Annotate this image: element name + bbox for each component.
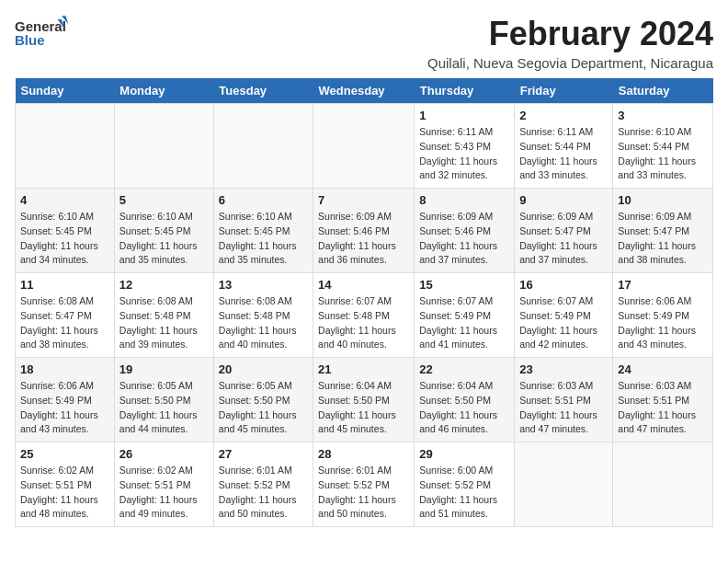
day-number: 17	[618, 278, 708, 292]
calendar-cell: 20Sunrise: 6:05 AM Sunset: 5:50 PM Dayli…	[213, 358, 313, 442]
day-number: 3	[618, 109, 708, 122]
calendar-cell: 21Sunrise: 6:04 AM Sunset: 5:50 PM Dayli…	[313, 358, 415, 442]
calendar-cell: 15Sunrise: 6:07 AM Sunset: 5:49 PM Dayli…	[415, 273, 515, 358]
month-title: February 2024	[427, 15, 713, 53]
calendar-cell	[114, 104, 213, 189]
day-info: Sunrise: 6:08 AM Sunset: 5:48 PM Dayligh…	[119, 294, 209, 352]
day-info: Sunrise: 6:03 AM Sunset: 5:51 PM Dayligh…	[519, 379, 608, 437]
day-info: Sunrise: 6:04 AM Sunset: 5:50 PM Dayligh…	[419, 379, 509, 437]
location-subtitle: Quilali, Nueva Segovia Department, Nicar…	[427, 55, 713, 71]
day-number: 11	[20, 278, 109, 292]
day-number: 28	[318, 447, 409, 461]
day-info: Sunrise: 6:06 AM Sunset: 5:49 PM Dayligh…	[20, 379, 109, 437]
calendar-cell: 13Sunrise: 6:08 AM Sunset: 5:48 PM Dayli…	[213, 273, 313, 358]
week-row-4: 18Sunrise: 6:06 AM Sunset: 5:49 PM Dayli…	[16, 358, 713, 442]
day-info: Sunrise: 6:09 AM Sunset: 5:47 PM Dayligh…	[618, 210, 708, 268]
weekday-header-sunday: Sunday	[16, 78, 115, 104]
calendar-cell: 5Sunrise: 6:10 AM Sunset: 5:45 PM Daylig…	[114, 189, 213, 273]
calendar-cell: 28Sunrise: 6:01 AM Sunset: 5:52 PM Dayli…	[313, 442, 415, 527]
day-number: 20	[219, 362, 308, 376]
day-number: 9	[519, 193, 608, 207]
day-number: 27	[219, 447, 308, 461]
week-row-1: 1Sunrise: 6:11 AM Sunset: 5:43 PM Daylig…	[16, 104, 713, 189]
calendar-cell	[613, 442, 713, 527]
day-number: 1	[419, 109, 509, 122]
calendar-cell: 29Sunrise: 6:00 AM Sunset: 5:52 PM Dayli…	[415, 442, 515, 527]
day-number: 18	[20, 362, 109, 376]
weekday-header-tuesday: Tuesday	[213, 78, 313, 104]
day-number: 25	[20, 447, 109, 461]
day-number: 7	[318, 193, 409, 207]
calendar-cell: 9Sunrise: 6:09 AM Sunset: 5:47 PM Daylig…	[515, 189, 613, 273]
day-number: 22	[419, 362, 509, 376]
day-info: Sunrise: 6:08 AM Sunset: 5:47 PM Dayligh…	[20, 294, 109, 352]
calendar-cell: 3Sunrise: 6:10 AM Sunset: 5:44 PM Daylig…	[613, 104, 713, 189]
day-number: 8	[419, 193, 509, 207]
day-number: 26	[119, 447, 209, 461]
day-info: Sunrise: 6:07 AM Sunset: 5:49 PM Dayligh…	[419, 294, 509, 352]
calendar-cell: 2Sunrise: 6:11 AM Sunset: 5:44 PM Daylig…	[515, 104, 613, 189]
day-info: Sunrise: 6:10 AM Sunset: 5:44 PM Dayligh…	[618, 125, 708, 183]
day-info: Sunrise: 6:05 AM Sunset: 5:50 PM Dayligh…	[119, 379, 209, 437]
weekday-header-thursday: Thursday	[415, 78, 515, 104]
logo-image: General Blue	[15, 15, 70, 52]
calendar-cell: 1Sunrise: 6:11 AM Sunset: 5:43 PM Daylig…	[415, 104, 515, 189]
week-row-3: 11Sunrise: 6:08 AM Sunset: 5:47 PM Dayli…	[16, 273, 713, 358]
day-info: Sunrise: 6:04 AM Sunset: 5:50 PM Dayligh…	[318, 379, 409, 437]
weekday-header-friday: Friday	[515, 78, 613, 104]
week-row-2: 4Sunrise: 6:10 AM Sunset: 5:45 PM Daylig…	[16, 189, 713, 273]
day-info: Sunrise: 6:11 AM Sunset: 5:43 PM Dayligh…	[419, 125, 509, 183]
title-block: February 2024 Quilali, Nueva Segovia Dep…	[427, 15, 713, 71]
calendar-cell: 12Sunrise: 6:08 AM Sunset: 5:48 PM Dayli…	[114, 273, 213, 358]
calendar-cell: 10Sunrise: 6:09 AM Sunset: 5:47 PM Dayli…	[613, 189, 713, 273]
day-number: 5	[119, 193, 209, 207]
calendar-cell: 22Sunrise: 6:04 AM Sunset: 5:50 PM Dayli…	[415, 358, 515, 442]
calendar-cell: 26Sunrise: 6:02 AM Sunset: 5:51 PM Dayli…	[114, 442, 213, 527]
day-info: Sunrise: 6:10 AM Sunset: 5:45 PM Dayligh…	[219, 210, 308, 268]
day-info: Sunrise: 6:01 AM Sunset: 5:52 PM Dayligh…	[318, 464, 409, 522]
weekday-header-row: SundayMondayTuesdayWednesdayThursdayFrid…	[16, 78, 713, 104]
day-info: Sunrise: 6:07 AM Sunset: 5:49 PM Dayligh…	[519, 294, 608, 352]
day-number: 6	[219, 193, 308, 207]
day-number: 14	[318, 278, 409, 292]
day-number: 16	[519, 278, 608, 292]
day-info: Sunrise: 6:10 AM Sunset: 5:45 PM Dayligh…	[119, 210, 209, 268]
day-info: Sunrise: 6:05 AM Sunset: 5:50 PM Dayligh…	[219, 379, 308, 437]
day-number: 23	[519, 362, 608, 376]
day-number: 29	[419, 447, 509, 461]
day-info: Sunrise: 6:06 AM Sunset: 5:49 PM Dayligh…	[618, 294, 708, 352]
day-number: 13	[219, 278, 308, 292]
day-info: Sunrise: 6:07 AM Sunset: 5:48 PM Dayligh…	[318, 294, 409, 352]
day-info: Sunrise: 6:01 AM Sunset: 5:52 PM Dayligh…	[219, 464, 308, 522]
day-number: 19	[119, 362, 209, 376]
calendar-cell: 7Sunrise: 6:09 AM Sunset: 5:46 PM Daylig…	[313, 189, 415, 273]
calendar-cell: 4Sunrise: 6:10 AM Sunset: 5:45 PM Daylig…	[16, 189, 115, 273]
calendar-cell: 25Sunrise: 6:02 AM Sunset: 5:51 PM Dayli…	[16, 442, 115, 527]
page-header: General Blue February 2024 Quilali, Nuev…	[15, 15, 713, 71]
day-number: 4	[20, 193, 109, 207]
weekday-header-saturday: Saturday	[613, 78, 713, 104]
day-info: Sunrise: 6:08 AM Sunset: 5:48 PM Dayligh…	[219, 294, 308, 352]
day-info: Sunrise: 6:00 AM Sunset: 5:52 PM Dayligh…	[419, 464, 509, 522]
calendar-cell: 19Sunrise: 6:05 AM Sunset: 5:50 PM Dayli…	[114, 358, 213, 442]
day-number: 24	[618, 362, 708, 376]
calendar-cell	[213, 104, 313, 189]
day-info: Sunrise: 6:02 AM Sunset: 5:51 PM Dayligh…	[119, 464, 209, 522]
day-info: Sunrise: 6:10 AM Sunset: 5:45 PM Dayligh…	[20, 210, 109, 268]
calendar-cell	[16, 104, 115, 189]
day-number: 15	[419, 278, 509, 292]
svg-text:Blue: Blue	[15, 32, 45, 48]
weekday-header-wednesday: Wednesday	[313, 78, 415, 104]
calendar-cell: 11Sunrise: 6:08 AM Sunset: 5:47 PM Dayli…	[16, 273, 115, 358]
logo: General Blue	[15, 15, 70, 52]
day-info: Sunrise: 6:11 AM Sunset: 5:44 PM Dayligh…	[519, 125, 608, 183]
day-number: 2	[519, 109, 608, 122]
calendar-cell: 24Sunrise: 6:03 AM Sunset: 5:51 PM Dayli…	[613, 358, 713, 442]
calendar-cell: 14Sunrise: 6:07 AM Sunset: 5:48 PM Dayli…	[313, 273, 415, 358]
calendar-cell: 17Sunrise: 6:06 AM Sunset: 5:49 PM Dayli…	[613, 273, 713, 358]
calendar-cell: 27Sunrise: 6:01 AM Sunset: 5:52 PM Dayli…	[213, 442, 313, 527]
day-info: Sunrise: 6:09 AM Sunset: 5:46 PM Dayligh…	[318, 210, 409, 268]
day-info: Sunrise: 6:02 AM Sunset: 5:51 PM Dayligh…	[20, 464, 109, 522]
calendar-cell: 6Sunrise: 6:10 AM Sunset: 5:45 PM Daylig…	[213, 189, 313, 273]
calendar-cell	[313, 104, 415, 189]
